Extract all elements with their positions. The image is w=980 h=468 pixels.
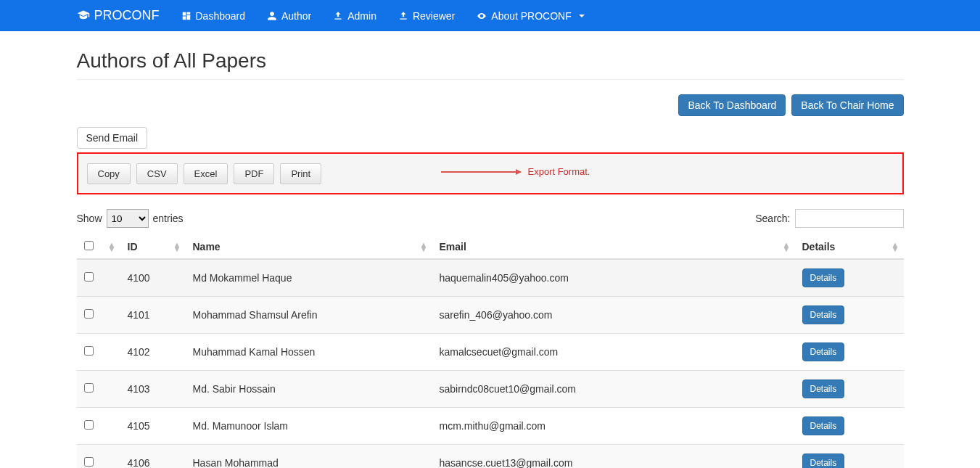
cell-name: Md. Mamunoor Islam <box>186 408 432 445</box>
nav-about[interactable]: About PROCONF <box>466 2 595 30</box>
details-button[interactable]: Details <box>802 342 845 361</box>
annotation: Export Format. <box>441 166 590 177</box>
cell-id: 4106 <box>120 445 186 469</box>
cell-id: 4100 <box>120 259 186 297</box>
export-toolbar: Copy CSV Excel PDF Print Export Format. <box>77 152 904 194</box>
table-row: 4100Md Mokammel Haquehaquemalin405@yahoo… <box>77 259 904 297</box>
nav-dashboard-label: Dashboard <box>196 10 246 22</box>
cell-id: 4102 <box>120 334 186 371</box>
search-input[interactable] <box>795 209 904 228</box>
row-checkbox[interactable] <box>84 420 94 430</box>
copy-button[interactable]: Copy <box>87 163 131 184</box>
chevron-down-icon <box>579 15 585 17</box>
cell-email: hasancse.cuet13@gmail.com <box>432 445 795 469</box>
row-checkbox[interactable] <box>84 272 94 282</box>
header-email[interactable]: Email ▲▼ <box>432 235 795 259</box>
details-button[interactable]: Details <box>802 305 845 324</box>
back-to-dashboard-button[interactable]: Back To Dashboard <box>678 94 786 116</box>
cell-id: 4105 <box>120 408 186 445</box>
cell-email: sabirndc08cuet10@gmail.com <box>432 371 795 408</box>
header-details[interactable]: Details ▲▼ <box>795 235 904 259</box>
page-title: Authors of All Papers <box>77 49 904 73</box>
cell-email: kamalcsecuet@gmail.com <box>432 334 795 371</box>
search-wrap: Search: <box>755 209 903 228</box>
details-button[interactable]: Details <box>802 416 845 435</box>
sort-icon: ▲▼ <box>783 242 791 251</box>
row-checkbox[interactable] <box>84 457 94 467</box>
print-button[interactable]: Print <box>280 163 321 184</box>
table-row: 4105Md. Mamunoor Islammcm.mithu@gmail.co… <box>77 408 904 445</box>
top-button-row: Back To Dashboard Back To Chair Home <box>77 94 904 116</box>
page-header: Authors of All Papers <box>77 49 904 80</box>
nav-about-label: About PROCONF <box>491 10 571 22</box>
pdf-button[interactable]: PDF <box>234 163 274 184</box>
row-checkbox[interactable] <box>84 346 94 356</box>
nav-dashboard[interactable]: Dashboard <box>170 2 257 30</box>
cell-email: mcm.mithu@gmail.com <box>432 408 795 445</box>
cell-email: haquemalin405@yahoo.com <box>432 259 795 297</box>
page-size-select[interactable]: 10 <box>107 209 149 228</box>
user-icon <box>267 11 277 21</box>
sort-icon: ▲▼ <box>892 242 899 251</box>
nav-reviewer-label: Reviewer <box>413 10 455 22</box>
cell-id: 4103 <box>120 371 186 408</box>
send-email-button[interactable]: Send Email <box>77 127 148 149</box>
cell-name: Hasan Mohammad <box>186 445 432 469</box>
excel-button[interactable]: Excel <box>184 163 228 184</box>
details-button[interactable]: Details <box>802 379 845 398</box>
sort-icon: ▲▼ <box>173 242 181 251</box>
arrow-icon <box>441 171 521 173</box>
authors-table: ▲▼ ID ▲▼ Name ▲▼ Email ▲▼ Details ▲▼ <box>77 235 904 468</box>
cell-email: sarefin_406@yahoo.com <box>432 297 795 334</box>
row-checkbox[interactable] <box>84 309 94 319</box>
reviewer-icon <box>398 11 408 21</box>
graduation-cap-icon <box>77 9 90 22</box>
annotation-text: Export Format. <box>528 166 590 177</box>
upload-icon <box>333 11 343 21</box>
brand-text: PROCONF <box>94 8 160 23</box>
header-checkbox: ▲▼ <box>77 235 120 259</box>
details-button[interactable]: Details <box>802 453 845 468</box>
back-to-chair-button[interactable]: Back To Chair Home <box>791 94 903 116</box>
search-label: Search: <box>755 213 790 224</box>
table-row: 4101Mohammad Shamsul Arefinsarefin_406@y… <box>77 297 904 334</box>
top-navbar: PROCONF Dashboard Author Admin Reviewer … <box>0 0 980 31</box>
brand-link[interactable]: PROCONF <box>66 1 170 30</box>
sort-icon: ▲▼ <box>420 242 428 251</box>
eye-icon <box>477 11 487 21</box>
cell-name: Md. Sabir Hossain <box>186 371 432 408</box>
cell-name: Md Mokammel Haque <box>186 259 432 297</box>
cell-name: Mohammad Shamsul Arefin <box>186 297 432 334</box>
nav-reviewer[interactable]: Reviewer <box>387 2 466 30</box>
csv-button[interactable]: CSV <box>136 163 178 184</box>
cell-name: Muhammad Kamal Hossen <box>186 334 432 371</box>
dashboard-icon <box>181 11 192 21</box>
table-controls: Show 10 entries Search: <box>77 209 904 228</box>
header-id[interactable]: ID ▲▼ <box>120 235 186 259</box>
nav-admin[interactable]: Admin <box>322 2 387 30</box>
table-row: 4102Muhammad Kamal Hossenkamalcsecuet@gm… <box>77 334 904 371</box>
nav-admin-label: Admin <box>347 10 376 22</box>
details-button[interactable]: Details <box>802 268 845 287</box>
header-name[interactable]: Name ▲▼ <box>186 235 432 259</box>
show-entries: Show 10 entries <box>77 209 184 228</box>
nav-author[interactable]: Author <box>256 2 322 30</box>
sort-icon[interactable]: ▲▼ <box>108 242 116 251</box>
nav-author-label: Author <box>281 10 311 22</box>
table-row: 4103Md. Sabir Hossainsabirndc08cuet10@gm… <box>77 371 904 408</box>
show-label: Show <box>77 213 102 224</box>
row-checkbox[interactable] <box>84 383 94 393</box>
entries-label: entries <box>153 213 184 224</box>
cell-id: 4101 <box>120 297 186 334</box>
table-row: 4106Hasan Mohammadhasancse.cuet13@gmail.… <box>77 445 904 469</box>
select-all-checkbox[interactable] <box>84 241 94 250</box>
